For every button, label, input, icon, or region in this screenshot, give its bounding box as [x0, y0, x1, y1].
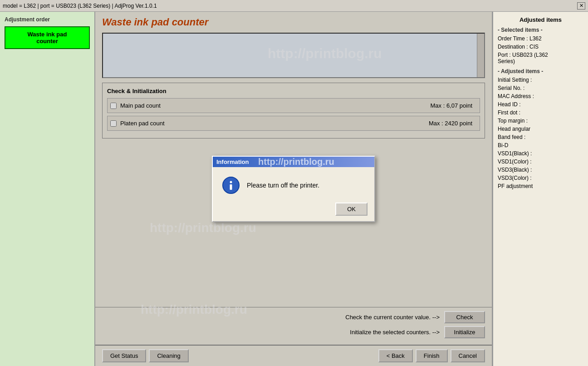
- right-vsd1-black: VSD1(Black) :: [498, 149, 583, 158]
- main-layout: Adjustment order Waste ink padcounter ht…: [0, 12, 588, 366]
- center-panel: http://printblog.ru http://printblog.ru …: [95, 12, 493, 366]
- right-top-margin: Top margin :: [498, 117, 583, 125]
- information-dialog: Information http://printblog.ru Please t…: [212, 156, 375, 222]
- modal-body: Please turn off the printer.: [213, 167, 374, 199]
- right-head-angular: Head angular: [498, 125, 583, 133]
- right-destination: Destination : CIS: [498, 43, 583, 51]
- modal-title: Information: [216, 158, 249, 165]
- info-icon: [222, 176, 240, 194]
- left-panel-title: Adjustment order: [5, 16, 90, 23]
- right-serial-no: Serial No. :: [498, 84, 583, 92]
- svg-point-1: [230, 181, 232, 183]
- right-pf-adjustment: PF adjustment: [498, 182, 583, 190]
- modal-ok-button[interactable]: OK: [335, 203, 368, 216]
- modal-titlebar: Information http://printblog.ru: [213, 157, 374, 167]
- right-vsd1-color: VSD1(Color) :: [498, 158, 583, 166]
- modal-message: Please turn off the printer.: [247, 182, 319, 189]
- right-vsd3-black: VSD3(Black) :: [498, 166, 583, 174]
- adjusted-items-label: - Adjusted items -: [498, 68, 583, 74]
- right-initial-setting: Initial Setting :: [498, 76, 583, 84]
- right-first-dot: First dot :: [498, 109, 583, 117]
- close-button[interactable]: ✕: [577, 2, 585, 10]
- right-panel: Adjusted items - Selected items - Order …: [493, 12, 588, 366]
- svg-rect-2: [230, 184, 232, 190]
- right-port: Port : USB023 (L362Series): [498, 51, 583, 65]
- right-order-time: Order Time : L362: [498, 35, 583, 43]
- right-vsd3-color: VSD3(Color) :: [498, 174, 583, 182]
- right-band-feed: Band feed :: [498, 133, 583, 141]
- modal-overlay: Information http://printblog.ru Please t…: [95, 12, 492, 366]
- title-bar: model = L362 | port = USB023 (L362 Serie…: [0, 0, 588, 12]
- modal-footer: OK: [213, 199, 374, 221]
- right-mac-address: MAC Address :: [498, 92, 583, 100]
- waste-ink-pad-counter-menu-item[interactable]: Waste ink padcounter: [5, 26, 90, 49]
- title-bar-text: model = L362 | port = USB023 (L362 Serie…: [3, 3, 157, 9]
- selected-items-label: - Selected items -: [498, 27, 583, 33]
- right-panel-inner: Adjusted items - Selected items - Order …: [498, 16, 583, 361]
- right-panel-header: Adjusted items: [498, 16, 583, 23]
- modal-watermark: http://printblog.ru: [258, 157, 334, 167]
- left-panel: Adjustment order Waste ink padcounter: [0, 12, 95, 366]
- right-head-id: Head ID :: [498, 100, 583, 109]
- right-panel-content: Adjusted items - Selected items - Order …: [498, 16, 583, 361]
- right-bid: Bi-D: [498, 141, 583, 149]
